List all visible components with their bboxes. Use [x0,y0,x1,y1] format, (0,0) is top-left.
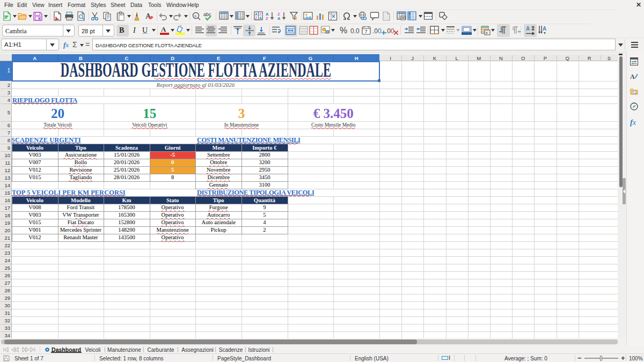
svg-text:Z: Z [259,12,261,16]
svg-text:A: A [630,73,635,80]
svg-text:A: A [259,16,262,20]
svg-text:A: A [543,26,546,32]
svg-text:A: A [526,26,530,32]
svg-text:A: A [255,12,258,16]
svg-text:A: A [277,16,281,21]
svg-text:Z: Z [255,16,257,20]
svg-text:Z: Z [266,16,268,21]
svg-text:7: 7 [365,29,368,34]
svg-text:a: a [194,14,196,18]
svg-text:≠: ≠ [486,31,488,35]
